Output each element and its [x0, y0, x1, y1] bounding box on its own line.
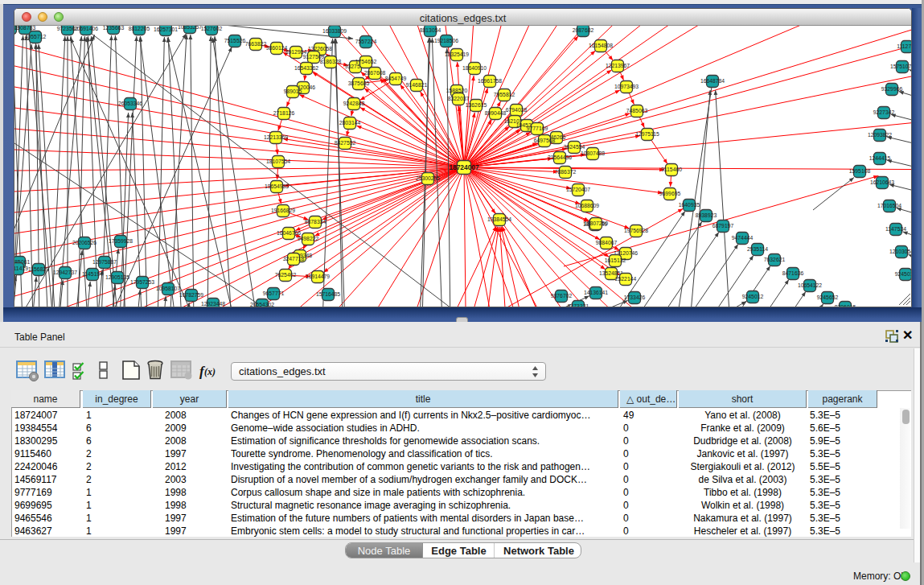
- svg-text:15751074: 15751074: [890, 64, 911, 69]
- svg-text:17016504: 17016504: [877, 203, 901, 208]
- svg-text:10654122: 10654122: [798, 282, 822, 288]
- svg-text:8990448: 8990448: [485, 110, 507, 116]
- svg-text:12093822: 12093822: [868, 132, 892, 138]
- svg-text:8706015: 8706015: [835, 304, 856, 307]
- svg-text:20691406: 20691406: [74, 26, 98, 31]
- svg-text:9699695: 9699695: [659, 191, 681, 196]
- svg-text:9876702: 9876702: [551, 293, 573, 299]
- svg-text:9146821: 9146821: [406, 82, 428, 88]
- svg-text:18724007: 18724007: [449, 163, 479, 171]
- svg-text:7515526: 7515526: [224, 38, 246, 43]
- svg-text:8186328: 8186328: [320, 59, 342, 64]
- svg-text:7557224: 7557224: [355, 39, 377, 44]
- svg-text:10958107: 10958107: [156, 286, 180, 291]
- svg-text:16257301: 16257301: [154, 27, 178, 32]
- svg-text:1112745: 1112745: [897, 43, 911, 49]
- svg-text:12923448: 12923448: [201, 301, 225, 307]
- svg-text:12975115: 12975115: [635, 131, 659, 137]
- svg-text:6794028: 6794028: [506, 107, 528, 113]
- svg-text:9245013: 9245013: [895, 271, 911, 277]
- svg-text:6497568: 6497568: [534, 138, 556, 143]
- svg-text:8427552: 8427552: [335, 140, 356, 146]
- svg-text:19384554: 19384554: [487, 216, 511, 222]
- svg-text:3624554: 3624554: [564, 144, 585, 150]
- svg-text:2803144: 2803144: [339, 120, 361, 126]
- svg-text:8812205: 8812205: [129, 26, 150, 31]
- svg-text:7485063: 7485063: [626, 108, 648, 113]
- svg-text:15720407: 15720407: [566, 187, 590, 192]
- svg-text:12213369: 12213369: [264, 134, 288, 140]
- svg-text:9115460: 9115460: [661, 167, 682, 172]
- svg-text:1244415: 1244415: [869, 155, 891, 161]
- svg-text:17957253: 17957253: [130, 279, 154, 285]
- svg-text:1362615: 1362615: [466, 102, 487, 108]
- svg-text:7632621: 7632621: [764, 257, 786, 262]
- svg-text:20554302: 20554302: [250, 302, 274, 307]
- svg-text:12975887: 12975887: [92, 259, 117, 265]
- svg-text:3247718: 3247718: [283, 256, 305, 262]
- svg-text:(x): (x): [204, 366, 216, 377]
- svg-text:18107554: 18107554: [266, 159, 290, 164]
- svg-text:1640935: 1640935: [679, 202, 700, 208]
- svg-text:10688609: 10688609: [575, 203, 599, 208]
- svg-text:8454749: 8454749: [385, 76, 407, 81]
- svg-text:16033809: 16033809: [322, 28, 347, 34]
- svg-text:10973493: 10973493: [614, 84, 639, 89]
- svg-text:7955812: 7955812: [494, 92, 515, 97]
- svg-text:1147534: 1147534: [885, 226, 906, 232]
- svg-text:16782759: 16782759: [179, 292, 203, 298]
- svg-text:9498222: 9498222: [298, 236, 319, 241]
- svg-text:18640910: 18640910: [462, 65, 487, 71]
- svg-text:8813054: 8813054: [420, 27, 441, 33]
- svg-text:1595108: 1595108: [849, 168, 871, 174]
- svg-text:7625402: 7625402: [275, 272, 297, 278]
- svg-text:15716485: 15716485: [316, 291, 340, 297]
- svg-text:2087682: 2087682: [573, 27, 594, 33]
- svg-text:12103054: 12103054: [889, 249, 911, 254]
- svg-text:26053346: 26053346: [118, 101, 142, 106]
- svg-text:16914479: 16914479: [306, 274, 330, 279]
- svg-text:18325419: 18325419: [445, 51, 469, 57]
- svg-text:1754652: 1754652: [355, 59, 377, 64]
- svg-text:20206526: 20206526: [72, 240, 97, 245]
- svg-text:9777169: 9777169: [527, 126, 548, 131]
- svg-text:16648784: 16648784: [700, 78, 725, 84]
- svg-text:8878334: 8878334: [305, 219, 326, 225]
- svg-text:8471636: 8471636: [782, 270, 804, 276]
- svg-text:1527602: 1527602: [201, 26, 223, 31]
- svg-text:1156829: 1156829: [28, 266, 49, 272]
- svg-text:3875685: 3875685: [348, 80, 370, 86]
- svg-text:989015: 989015: [284, 89, 302, 94]
- svg-text:1908783: 1908783: [14, 26, 35, 31]
- svg-text:9242848: 9242848: [343, 101, 365, 106]
- svg-text:1733426: 1733426: [624, 295, 646, 300]
- svg-text:4055712: 4055712: [25, 34, 47, 39]
- svg-text:18807250: 18807250: [584, 220, 608, 226]
- svg-text:16046766: 16046766: [277, 230, 301, 236]
- svg-text:19166829: 19166829: [271, 208, 295, 213]
- svg-text:16210643: 16210643: [870, 179, 894, 185]
- svg-text:16543362: 16543362: [294, 65, 318, 71]
- svg-text:3911419: 3911419: [14, 266, 28, 271]
- svg-text:7886372: 7886372: [555, 169, 577, 175]
- svg-text:9329966: 9329966: [881, 86, 903, 92]
- svg-text:19654985: 19654985: [265, 183, 289, 189]
- svg-text:19756928: 19756928: [624, 228, 648, 233]
- svg-text:9860124: 9860124: [266, 45, 288, 51]
- svg-text:17359928: 17359928: [109, 238, 133, 244]
- svg-text:2867608: 2867608: [364, 70, 386, 76]
- svg-text:2522144: 2522144: [615, 276, 637, 282]
- svg-text:9884067: 9884067: [596, 240, 618, 245]
- svg-text:19218506: 19218506: [434, 38, 458, 43]
- svg-text:1145194: 1145194: [82, 271, 103, 277]
- svg-text:25300295: 25300295: [416, 175, 440, 181]
- svg-text:2718126: 2718126: [273, 110, 295, 116]
- svg-text:1235663: 1235663: [103, 26, 125, 31]
- svg-text:21564436: 21564436: [548, 154, 572, 160]
- svg-text:9245652: 9245652: [817, 295, 839, 300]
- svg-text:16154808: 16154808: [589, 43, 613, 48]
- svg-text:12213967: 12213967: [606, 63, 630, 68]
- svg-text:1615132: 1615132: [605, 257, 626, 263]
- svg-text:2935114: 2935114: [747, 246, 768, 252]
- svg-text:8938923: 8938923: [696, 212, 717, 218]
